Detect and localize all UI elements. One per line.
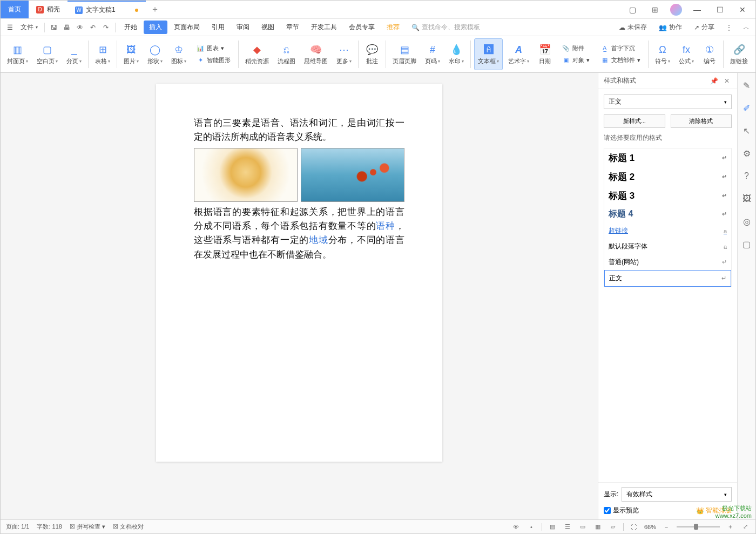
command-search[interactable]: 🔍 查找命令、搜索模板 <box>411 23 480 32</box>
file-menu[interactable]: 文件 ▾ <box>17 23 41 32</box>
rb-dropcap[interactable]: A̲首字下沉 <box>598 43 643 54</box>
style-item-7[interactable]: 正文↵ <box>604 270 731 287</box>
sb-page[interactable]: 页面: 1/1 <box>6 523 29 531</box>
maximize-button[interactable]: ☐ <box>712 2 727 17</box>
style-item-6[interactable]: 普通(网站)↵ <box>604 254 731 270</box>
inserted-image-2[interactable] <box>301 148 404 202</box>
tool-brush-icon[interactable]: ✐ <box>741 102 753 114</box>
para-1[interactable]: 语言的三要素是语音、语法和词汇，是由词汇按一定的语法所构成的语音表义系统。 <box>194 116 404 145</box>
rb-equation[interactable]: fx公式▾ <box>676 38 697 70</box>
rb-chart[interactable]: 📊图表▾ <box>194 43 233 54</box>
current-style-select[interactable]: 正文 ▾ <box>604 94 732 109</box>
inserted-image-1[interactable] <box>194 148 298 202</box>
style-item-2[interactable]: 标题 3↵ <box>604 186 731 205</box>
panel-title[interactable]: 样式和格式 <box>604 76 636 85</box>
new-style-button[interactable]: 新样式... <box>604 114 665 128</box>
menu-vip[interactable]: 会员专享 <box>343 21 380 34</box>
style-item-1[interactable]: 标题 2↵ <box>604 167 731 186</box>
zoom-in-icon[interactable]: ＋ <box>725 523 735 531</box>
rb-wordart[interactable]: A艺术字▾ <box>505 38 532 70</box>
rb-symbol[interactable]: Ω符号▾ <box>652 38 673 70</box>
preview-checkbox[interactable]: 显示预览 <box>604 506 639 515</box>
fullscreen-icon[interactable]: ⤢ <box>740 523 750 530</box>
tab-list-icon[interactable]: ▢ <box>625 2 640 17</box>
menu-insert[interactable]: 插入 <box>144 21 167 34</box>
rb-smartshape[interactable]: ✦智能图形 <box>194 55 233 66</box>
rb-comment[interactable]: 💬批注 <box>362 38 382 70</box>
rb-shape[interactable]: ◯形状▾ <box>144 38 166 70</box>
rb-date[interactable]: 📅日期 <box>535 38 555 70</box>
menu-start[interactable]: 开始 <box>119 21 143 34</box>
qa-preview-icon[interactable]: 👁 <box>74 22 86 33</box>
share-button[interactable]: ↗分享 <box>691 23 718 32</box>
rb-docparts[interactable]: ▦文档部件▾ <box>598 55 643 66</box>
close-button[interactable]: ✕ <box>735 2 750 17</box>
document-canvas[interactable]: 语言的三要素是语音、语法和词汇，是由词汇按一定的语法所构成的语音表义系统。 根据… <box>1 73 598 519</box>
tool-select-icon[interactable]: ↖ <box>741 125 753 137</box>
pin-icon[interactable]: 📌 <box>709 77 719 85</box>
tool-doc-icon[interactable]: ▢ <box>741 238 753 250</box>
sb-eye-icon[interactable]: 👁 <box>511 524 521 530</box>
rb-object[interactable]: ▣对象▾ <box>559 55 592 66</box>
collab-button[interactable]: 👥协作 <box>656 23 685 32</box>
more-menu-icon[interactable]: ⋮ <box>723 22 735 33</box>
menu-recommend[interactable]: 推荐 <box>381 21 405 34</box>
rb-blank[interactable]: ▢空白页▾ <box>33 38 61 70</box>
show-select[interactable]: 有效样式 ▾ <box>622 487 732 502</box>
tab-document[interactable]: W 文字文稿1 <box>68 1 146 18</box>
view-outline-icon[interactable]: ☰ <box>563 523 572 530</box>
rb-pagebreak[interactable]: ⎯分页▾ <box>63 38 85 70</box>
rb-mindmap[interactable]: 🧠思维导图 <box>301 38 331 70</box>
minimize-button[interactable]: — <box>690 2 705 17</box>
zoom-level[interactable]: 66% <box>644 524 656 530</box>
menu-section[interactable]: 章节 <box>281 21 305 34</box>
unsaved-badge[interactable]: ☁未保存 <box>616 23 650 32</box>
avatar[interactable] <box>670 4 682 16</box>
tool-location-icon[interactable]: ◎ <box>741 215 753 227</box>
rb-docerres[interactable]: ◆稻壳资源 <box>242 38 272 70</box>
menu-view[interactable]: 视图 <box>256 21 280 34</box>
rb-table[interactable]: ⊞表格▾ <box>92 38 113 70</box>
rb-flowchart[interactable]: ⎌流程图 <box>274 38 299 70</box>
apps-icon[interactable]: ⊞ <box>647 2 663 17</box>
preview-checkbox-input[interactable] <box>604 507 611 514</box>
sb-dot-icon[interactable]: • <box>526 524 536 530</box>
sb-spellcheck[interactable]: ☒ 拼写检查 ▾ <box>70 523 105 531</box>
rb-pagenum[interactable]: #页码▾ <box>422 38 443 70</box>
sb-wordcount[interactable]: 字数: 118 <box>37 523 62 531</box>
tool-pen-icon[interactable]: ✎ <box>741 79 753 91</box>
panel-close-icon[interactable]: ✕ <box>722 77 732 85</box>
style-item-5[interactable]: 默认段落字体a <box>604 239 731 254</box>
menu-references[interactable]: 引用 <box>206 21 230 34</box>
rb-number[interactable]: ①编号 <box>699 38 720 70</box>
view-focus-icon[interactable]: ▱ <box>608 523 618 530</box>
link-yuzhong[interactable]: 语种 <box>376 221 395 231</box>
rb-watermark[interactable]: 💧水印▾ <box>446 38 467 70</box>
rb-textbox[interactable]: 🅰文本框▾ <box>474 38 503 70</box>
menu-icon[interactable]: ☰ <box>4 24 16 31</box>
menu-devtools[interactable]: 开发工具 <box>306 21 342 34</box>
rb-headerfooter[interactable]: ▤页眉页脚 <box>389 38 420 70</box>
rb-picture[interactable]: 🖼图片▾ <box>120 38 142 70</box>
zoom-slider[interactable] <box>677 526 720 528</box>
para-2[interactable]: 根据语言的要素特征和起源关系，把世界上的语言分成不同语系，每个语系包括有数量不等… <box>194 205 404 262</box>
view-page-icon[interactable]: ▤ <box>548 523 557 530</box>
qa-print-icon[interactable]: 🖶 <box>61 22 73 33</box>
style-item-3[interactable]: 标题 4↵ <box>604 205 731 223</box>
style-item-0[interactable]: 标题 1↵ <box>604 148 731 167</box>
tool-help-icon[interactable]: ? <box>741 170 753 182</box>
tool-settings-icon[interactable]: ⚙ <box>741 147 753 159</box>
qa-undo-icon[interactable]: ↶ <box>87 22 99 33</box>
zoom-out-icon[interactable]: − <box>662 524 671 530</box>
collapse-ribbon-icon[interactable]: ︿ <box>740 22 752 33</box>
rb-more[interactable]: ⋯更多▾ <box>333 38 355 70</box>
link-diyu[interactable]: 地域 <box>309 235 328 245</box>
qa-save-icon[interactable]: 🖫 <box>48 22 60 33</box>
menu-pagelayout[interactable]: 页面布局 <box>168 21 205 34</box>
rb-icon[interactable]: ♔图标▾ <box>168 38 190 70</box>
rb-cover[interactable]: ▥封面页▾ <box>4 38 31 70</box>
view-read-icon[interactable]: ▭ <box>578 523 588 530</box>
clear-format-button[interactable]: 清除格式 <box>671 114 732 128</box>
qa-redo-icon[interactable]: ↷ <box>100 22 112 33</box>
style-item-4[interactable]: 超链接a <box>604 223 731 239</box>
